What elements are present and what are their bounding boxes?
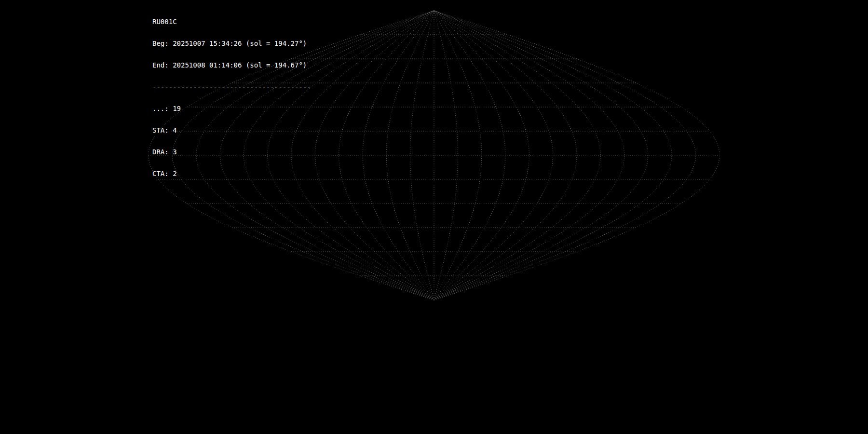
- observation-info: RU001C Beg: 20251007 15:34:26 (sol = 194…: [152, 4, 311, 192]
- station-id: RU001C: [152, 18, 311, 26]
- count-sta: STA: 4: [152, 127, 311, 134]
- begin-time-line: Beg: 20251007 15:34:26 (sol = 194.27°): [152, 40, 311, 47]
- count-cta: CTA: 2: [152, 170, 311, 177]
- divider-line: ---------------------------------------: [152, 83, 311, 91]
- plot-canvas: [0, 0, 868, 434]
- radiant-activity-screen: RU001C Beg: 20251007 15:34:26 (sol = 194…: [0, 0, 868, 434]
- count-dra: DRA: 3: [152, 149, 311, 156]
- end-time-line: End: 20251008 01:14:06 (sol = 194.67°): [152, 62, 311, 69]
- count-sporadics: ...: 19: [152, 105, 311, 112]
